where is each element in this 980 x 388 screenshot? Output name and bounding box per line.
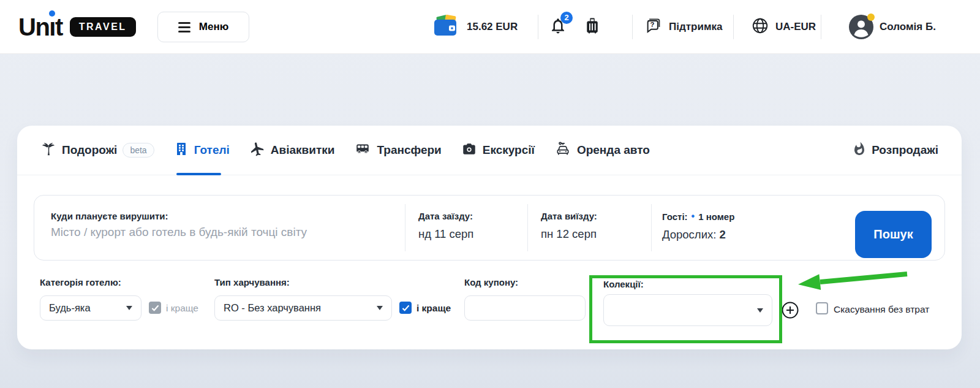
- username: Соломія Б.: [880, 21, 936, 33]
- collections-select[interactable]: [603, 294, 772, 326]
- beta-badge: beta: [123, 143, 154, 158]
- category-and-better-label[interactable]: і краще: [166, 303, 198, 314]
- search-button[interactable]: Пошук: [855, 211, 932, 258]
- plus-circle-icon: [782, 302, 799, 319]
- chevron-down-icon: [126, 306, 132, 310]
- checkout-field[interactable]: Дата виїзду: пн 12 серп: [527, 196, 651, 260]
- destination-field[interactable]: Куди плануєте вирушити:: [34, 196, 405, 260]
- guests-rooms-value: 1 номер: [698, 211, 734, 222]
- user-account-button[interactable]: Соломія Б.: [849, 0, 936, 54]
- palm-tree-icon: [40, 141, 56, 160]
- meal-type-select[interactable]: RO - Без харчування: [214, 295, 392, 321]
- header-divider: [821, 15, 821, 39]
- support-label: Підтримка: [669, 21, 722, 33]
- meal-and-better-label[interactable]: і краще: [417, 303, 451, 314]
- meal-type-value: RO - Без харчування: [224, 302, 321, 314]
- wallet-balance[interactable]: 15.62 EUR: [432, 0, 518, 54]
- tab-label: Подорожі: [62, 143, 117, 157]
- chevron-down-icon: [377, 306, 383, 310]
- free-cancellation-checkbox[interactable]: [816, 302, 828, 314]
- product-tabs: Подорожі beta Готелі Авіаквитки: [17, 126, 962, 175]
- tab-label: Трансфери: [377, 143, 441, 157]
- building-icon: [174, 141, 189, 160]
- checkout-label: Дата виїзду:: [541, 211, 651, 221]
- bullet-icon: •: [692, 211, 695, 222]
- trips-luggage-button[interactable]: [583, 0, 601, 54]
- tab-label: Екскурсії: [483, 143, 535, 157]
- adults-label: Дорослих:: [662, 228, 716, 241]
- menu-button[interactable]: Меню: [157, 12, 249, 42]
- coupon-code-label: Код купону:: [464, 277, 518, 287]
- notifications-count-badge: 2: [560, 12, 573, 24]
- hotel-search-form: Куди плануєте вирушити: Дата заїзду: нд …: [34, 195, 945, 261]
- support-button[interactable]: ? Підтримка: [644, 0, 722, 54]
- menu-button-label: Меню: [199, 21, 228, 33]
- brand-dot-icon: [49, 10, 55, 17]
- tab-trips[interactable]: Подорожі beta: [40, 126, 154, 175]
- free-cancellation-label[interactable]: Скасування без втрат: [834, 304, 929, 315]
- header-divider: [632, 15, 633, 39]
- wallet-balance-value: 15.62 EUR: [467, 21, 518, 33]
- tab-hotels[interactable]: Готелі: [174, 126, 230, 175]
- check-icon: [402, 305, 410, 311]
- globe-icon: [751, 17, 769, 38]
- tab-flights[interactable]: Авіаквитки: [249, 126, 335, 175]
- brand-name: Unıt: [18, 15, 62, 39]
- notifications-button[interactable]: 2: [549, 0, 567, 54]
- hotel-category-label: Категорія готелю:: [40, 277, 121, 287]
- guests-label: Гості:: [662, 211, 688, 222]
- car-key-icon: [554, 141, 571, 160]
- hamburger-icon: [178, 22, 190, 32]
- tab-excursions[interactable]: Екскурсії: [461, 126, 535, 175]
- locale-value: UA-EUR: [775, 21, 816, 33]
- top-header: Unıt TRAVEL Меню 15.62 EUR 2: [0, 0, 980, 54]
- tab-label: Готелі: [194, 143, 230, 157]
- checkout-value: пн 12 серп: [541, 227, 651, 241]
- add-filter-button[interactable]: [782, 302, 799, 319]
- chevron-down-icon: [757, 308, 763, 313]
- sales-label: Розпродажі: [872, 143, 938, 157]
- hotel-category-value: Будь-яка: [49, 302, 91, 314]
- luggage-icon: [583, 16, 601, 39]
- coupon-code-input[interactable]: [464, 295, 586, 321]
- destination-label: Куди плануєте вирушити:: [51, 211, 405, 221]
- check-icon: [151, 305, 159, 311]
- hotel-category-select[interactable]: Будь-яка: [40, 295, 141, 321]
- adults-value: 2: [720, 228, 726, 241]
- tab-label: Оренда авто: [577, 143, 650, 157]
- brand-un: Un: [18, 13, 49, 40]
- category-and-better-checkbox[interactable]: [149, 302, 161, 314]
- wallet-icon: [432, 14, 461, 40]
- header-divider: [733, 15, 734, 39]
- bus-icon: [354, 141, 371, 160]
- airplane-icon: [249, 141, 265, 160]
- checkin-field[interactable]: Дата заїзду: нд 11 серп: [405, 196, 527, 260]
- brand-badge: TRAVEL: [70, 17, 136, 37]
- avatar: [849, 15, 873, 39]
- sales-link[interactable]: Розпродажі: [852, 126, 938, 175]
- status-dot: [867, 13, 875, 21]
- support-chat-icon: ?: [644, 17, 663, 38]
- tab-label: Авіаквитки: [271, 143, 335, 157]
- header-divider: [538, 15, 538, 39]
- meal-and-better-checkbox[interactable]: [399, 302, 412, 314]
- locale-currency-button[interactable]: UA-EUR: [751, 0, 816, 54]
- flame-icon: [852, 141, 867, 160]
- tab-transfers[interactable]: Трансфери: [354, 126, 441, 175]
- meal-type-label: Тип харчування:: [214, 277, 290, 287]
- collections-label: Колекції:: [603, 279, 644, 289]
- checkin-label: Дата заїзду:: [418, 211, 527, 221]
- tab-car-rental[interactable]: Оренда авто: [554, 126, 650, 175]
- camera-icon: [461, 141, 477, 160]
- search-card: Подорожі beta Готелі Авіаквитки: [17, 126, 962, 349]
- checkin-value: нд 11 серп: [418, 227, 527, 241]
- svg-text:?: ?: [650, 21, 655, 28]
- destination-input[interactable]: [51, 226, 382, 239]
- brand-logo[interactable]: Unıt TRAVEL: [18, 0, 136, 54]
